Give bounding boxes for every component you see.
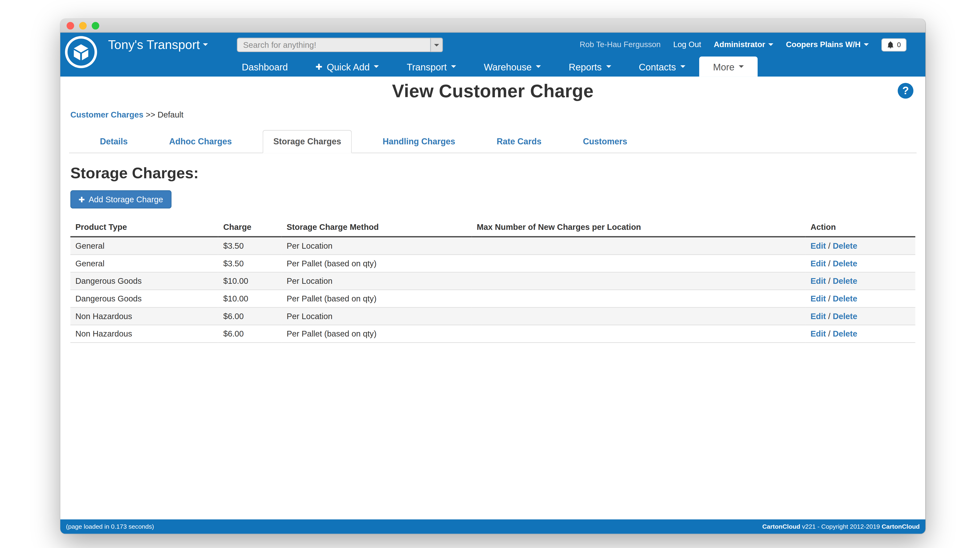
cell-product-type: General [70, 254, 218, 272]
delete-link[interactable]: Delete [833, 311, 857, 321]
table-row: Non Hazardous$6.00Per LocationEdit / Del… [70, 307, 915, 325]
nav-item-warehouse[interactable]: Warehouse [470, 57, 555, 76]
cell-product-type: Dangerous Goods [70, 272, 218, 290]
chevron-down-icon [434, 44, 439, 46]
cell-method: Per Pallet (based on qty) [282, 290, 472, 308]
edit-link[interactable]: Edit [810, 294, 826, 303]
cartoncloud-logo-icon[interactable] [65, 36, 97, 68]
charge-tabs: DetailsAdhoc ChargesStorage ChargesHandl… [69, 130, 916, 153]
delete-link[interactable]: Delete [833, 329, 857, 338]
cell-product-type: Non Hazardous [70, 307, 218, 325]
edit-link[interactable]: Edit [810, 329, 826, 338]
window-titlebar [60, 19, 925, 33]
delete-link[interactable]: Delete [833, 276, 857, 286]
delete-link[interactable]: Delete [833, 241, 857, 251]
cell-product-type: Non Hazardous [70, 325, 218, 343]
notifications-button[interactable]: 0 [881, 38, 907, 51]
tab-customers[interactable]: Customers [572, 130, 638, 153]
cell-charge: $3.50 [218, 237, 282, 254]
nav-item-label: Reports [569, 61, 602, 72]
column-header-action: Action [805, 219, 915, 237]
tenant-name: Tony's Transport [108, 37, 200, 52]
cell-charge: $10.00 [218, 272, 282, 290]
warehouse-menu[interactable]: Coopers Plains W/H [786, 40, 869, 49]
search-options-button[interactable] [430, 38, 443, 52]
nav-item-label: Quick Add [327, 61, 370, 72]
footer-copyright: CartonCloud v221 - Copyright 2012-2019 C… [762, 523, 920, 530]
storage-charges-table: Product TypeChargeStorage Charge MethodM… [70, 219, 915, 343]
edit-link[interactable]: Edit [810, 276, 826, 286]
cell-action: Edit / Delete [805, 325, 915, 343]
cell-product-type: Dangerous Goods [70, 290, 218, 308]
bell-icon [887, 41, 894, 48]
help-icon[interactable]: ? [898, 83, 913, 98]
role-label: Administrator [714, 40, 765, 49]
role-menu[interactable]: Administrator [714, 40, 773, 49]
action-separator: / [828, 259, 830, 268]
section-heading: Storage Charges: [70, 165, 916, 182]
notification-count: 0 [897, 41, 901, 48]
cell-max-new-charges [472, 272, 805, 290]
cell-method: Per Location [282, 307, 472, 325]
cell-action: Edit / Delete [805, 290, 915, 308]
delete-link[interactable]: Delete [833, 294, 857, 303]
chevron-down-icon [768, 43, 773, 46]
page-content: View Customer Charge ? Customer Charges … [60, 76, 925, 519]
desktop-background: Tony's Transport Rob Te-Hau Fergusson Lo… [0, 0, 980, 548]
cell-charge: $3.50 [218, 254, 282, 272]
cell-method: Per Location [282, 272, 472, 290]
breadcrumb-separator: >> [146, 110, 156, 119]
page-load-time: (page loaded in 0.173 seconds) [66, 523, 154, 530]
action-separator: / [828, 276, 830, 286]
tenant-menu[interactable]: Tony's Transport [108, 37, 208, 52]
add-storage-charge-button[interactable]: ✚ Add Storage Charge [70, 190, 171, 208]
edit-link[interactable]: Edit [810, 259, 826, 268]
nav-item-label: More [713, 61, 735, 72]
footer-meta: v221 - Copyright 2012-2019 [802, 523, 880, 530]
page-title-row: View Customer Charge ? [69, 76, 916, 102]
table-row: Dangerous Goods$10.00Per LocationEdit / … [70, 272, 915, 290]
column-header-charge: Charge [218, 219, 282, 237]
tab-rate-cards[interactable]: Rate Cards [486, 130, 552, 153]
chevron-down-icon [606, 65, 611, 68]
chevron-down-icon [864, 43, 869, 46]
tab-adhoc-charges[interactable]: Adhoc Charges [159, 130, 243, 153]
edit-link[interactable]: Edit [810, 311, 826, 321]
nav-item-transport[interactable]: Transport [393, 57, 470, 76]
tab-storage-charges[interactable]: Storage Charges [262, 130, 352, 153]
minimize-window-button[interactable] [79, 22, 87, 29]
zoom-window-button[interactable] [92, 22, 99, 29]
nav-item-dashboard[interactable]: Dashboard [228, 57, 302, 76]
chevron-down-icon [451, 65, 456, 68]
cell-action: Edit / Delete [805, 237, 915, 254]
delete-link[interactable]: Delete [833, 259, 857, 268]
cell-action: Edit / Delete [805, 272, 915, 290]
edit-link[interactable]: Edit [810, 241, 826, 251]
nav-item-more[interactable]: More [699, 57, 758, 76]
cell-action: Edit / Delete [805, 307, 915, 325]
chevron-down-icon [203, 43, 208, 46]
cell-max-new-charges [472, 325, 805, 343]
search-input[interactable] [237, 38, 430, 52]
tab-details[interactable]: Details [89, 130, 138, 153]
nav-item-contacts[interactable]: Contacts [625, 57, 699, 76]
breadcrumb-link-customer-charges[interactable]: Customer Charges [70, 110, 143, 119]
table-row: Non Hazardous$6.00Per Pallet (based on q… [70, 325, 915, 343]
browser-window: Tony's Transport Rob Te-Hau Fergusson Lo… [60, 19, 925, 534]
tab-handling-charges[interactable]: Handling Charges [372, 130, 466, 153]
nav-item-label: Transport [407, 61, 447, 72]
nav-item-quick-add[interactable]: ✚Quick Add [302, 57, 393, 76]
column-header-storage-charge-method: Storage Charge Method [282, 219, 472, 237]
nav-item-label: Dashboard [242, 61, 288, 72]
logout-link[interactable]: Log Out [673, 40, 701, 49]
close-window-button[interactable] [67, 22, 74, 29]
nav-item-reports[interactable]: Reports [555, 57, 625, 76]
user-name: Rob Te-Hau Fergusson [579, 40, 660, 49]
nav-item-label: Contacts [639, 61, 676, 72]
cell-method: Per Pallet (based on qty) [282, 325, 472, 343]
breadcrumb-current: Default [158, 110, 183, 119]
table-row: Dangerous Goods$10.00Per Pallet (based o… [70, 290, 915, 308]
warehouse-label: Coopers Plains W/H [786, 40, 861, 49]
chevron-down-icon [536, 65, 541, 68]
cell-product-type: General [70, 237, 218, 254]
